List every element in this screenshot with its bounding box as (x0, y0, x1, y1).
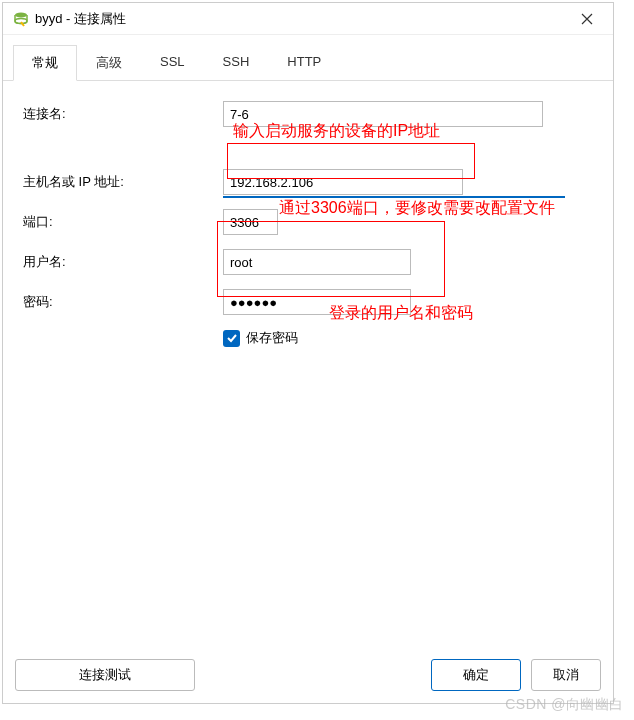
label-save-password: 保存密码 (246, 329, 298, 347)
test-connection-button[interactable]: 连接测试 (15, 659, 195, 691)
label-password: 密码: (23, 293, 223, 311)
tab-http[interactable]: HTTP (268, 45, 340, 81)
host-input[interactable] (223, 169, 463, 195)
tab-ssh[interactable]: SSH (204, 45, 269, 81)
label-port: 端口: (23, 213, 223, 231)
ok-button[interactable]: 确定 (431, 659, 521, 691)
password-input[interactable] (223, 289, 411, 315)
titlebar: byyd - 连接属性 (3, 3, 613, 35)
app-icon (13, 11, 29, 27)
row-username: 用户名: (23, 249, 601, 275)
row-host: 主机名或 IP 地址: (23, 169, 601, 195)
port-input[interactable] (223, 209, 278, 235)
label-connection-name: 连接名: (23, 105, 223, 123)
connection-name-input[interactable] (223, 101, 543, 127)
tab-general[interactable]: 常规 (13, 45, 77, 81)
username-input[interactable] (223, 249, 411, 275)
tab-advanced[interactable]: 高级 (77, 45, 141, 81)
dialog-window: byyd - 连接属性 常规 高级 SSL SSH HTTP 连接名: 主机名或… (2, 2, 614, 704)
label-username: 用户名: (23, 253, 223, 271)
label-host: 主机名或 IP 地址: (23, 173, 223, 191)
tab-ssl[interactable]: SSL (141, 45, 204, 81)
window-title: byyd - 连接属性 (35, 10, 571, 28)
focus-underline (223, 196, 565, 198)
cancel-button[interactable]: 取消 (531, 659, 601, 691)
svg-point-0 (15, 12, 27, 17)
row-save-password: 保存密码 (223, 329, 601, 347)
save-password-checkbox[interactable] (223, 330, 240, 347)
form-area: 连接名: 主机名或 IP 地址: 端口: 用户名: 密码: (3, 81, 613, 357)
tabs: 常规 高级 SSL SSH HTTP (3, 35, 613, 81)
row-connection-name: 连接名: (23, 101, 601, 127)
row-port: 端口: (23, 209, 601, 235)
close-button[interactable] (571, 5, 603, 33)
row-password: 密码: (23, 289, 601, 315)
button-bar: 连接测试 确定 取消 (15, 659, 601, 691)
watermark: CSDN @向幽幽白 (505, 696, 624, 714)
